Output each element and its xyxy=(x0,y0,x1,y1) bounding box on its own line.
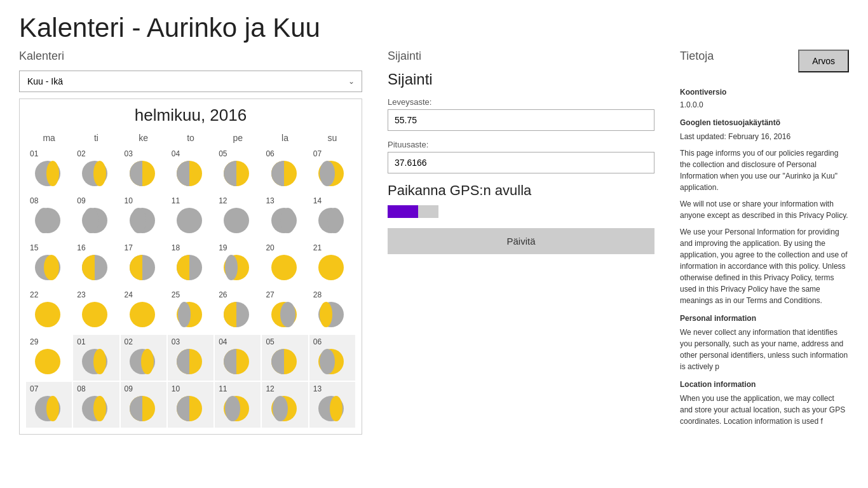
gps-progress-bar xyxy=(388,205,438,218)
calendar-day-number: 23 xyxy=(74,290,118,299)
calendar-day[interactable]: 09 xyxy=(121,382,166,428)
moon-phase-icon xyxy=(222,159,253,190)
svg-point-11 xyxy=(36,208,51,233)
calendar-day[interactable]: 01 xyxy=(26,147,72,193)
gps-label: Paikanna GPS:n avulla xyxy=(388,182,654,199)
calendar-day-number: 12 xyxy=(216,196,259,205)
calendar-day[interactable]: 07 xyxy=(26,382,72,428)
calendar-day[interactable]: 07 xyxy=(309,147,355,193)
calendar-day[interactable]: 22 xyxy=(26,288,72,334)
calendar-day[interactable]: 04 xyxy=(168,147,214,193)
moon-phase-icon xyxy=(175,159,206,190)
calendar-grid: matiketopelasu01 02 03 04 05 06 07 08 09 xyxy=(26,130,355,428)
calendar-day[interactable]: 11 xyxy=(168,194,214,240)
calendar-day[interactable]: 01 xyxy=(73,335,119,381)
calendar-day-number: 05 xyxy=(216,149,259,158)
calendar-day[interactable]: 24 xyxy=(121,288,166,334)
calendar-day[interactable]: 28 xyxy=(309,288,355,334)
moon-phase-icon xyxy=(128,348,159,378)
moon-phase-icon xyxy=(34,159,64,190)
calendar-day[interactable]: 02 xyxy=(73,147,119,193)
calendar-day[interactable]: 05 xyxy=(215,147,261,193)
version-value: 1.0.0.0 xyxy=(680,100,703,109)
calendar-day[interactable]: 06 xyxy=(309,335,355,381)
longitude-input[interactable] xyxy=(388,152,654,173)
calendar-day[interactable]: 21 xyxy=(309,241,355,287)
calendar-day[interactable]: 26 xyxy=(215,288,261,334)
calendar-day-number: 07 xyxy=(27,384,71,393)
calendar-day[interactable]: 08 xyxy=(26,194,72,240)
calendar-day[interactable]: 18 xyxy=(168,241,214,287)
calendar-day[interactable]: 16 xyxy=(73,241,119,287)
sijainti-section-label: Sijainti xyxy=(388,50,654,63)
calendar-day-number: 26 xyxy=(216,290,259,299)
svg-point-52 xyxy=(46,396,59,421)
svg-point-54 xyxy=(93,396,106,421)
calendar-day[interactable]: 11 xyxy=(215,382,261,428)
latitude-input[interactable] xyxy=(388,109,654,131)
calendar-day-number: 13 xyxy=(263,196,306,205)
calendar-day[interactable]: 03 xyxy=(168,335,214,381)
calendar-day[interactable]: 09 xyxy=(73,194,119,240)
calendar-day[interactable]: 04 xyxy=(215,335,261,381)
calendar-day[interactable]: 25 xyxy=(168,288,214,334)
calendar-day-number: 10 xyxy=(169,384,212,393)
calendar-day-number: 02 xyxy=(74,149,118,158)
calendar-day[interactable]: 02 xyxy=(121,335,166,381)
moon-phase-icon xyxy=(317,395,348,425)
calendar-day-number: 11 xyxy=(169,196,212,205)
calendar-day-number: 22 xyxy=(27,290,71,299)
update-button[interactable]: Päivitä xyxy=(388,228,654,254)
tietoja-content: Koontiversio 1.0.0.0 Googlen tietosuojak… xyxy=(680,86,849,427)
calendar-day[interactable]: 14 xyxy=(309,194,355,240)
calendar-day-number: 06 xyxy=(311,337,354,346)
calendar-day[interactable]: 13 xyxy=(309,382,355,428)
calendar-day[interactable]: 29 xyxy=(26,335,72,381)
calendar-day[interactable]: 15 xyxy=(26,241,72,287)
calendar-dropdown[interactable]: Kuu - Ikä xyxy=(19,71,362,92)
calendar-day[interactable]: 17 xyxy=(121,241,166,287)
calendar-day-number: 09 xyxy=(74,196,118,205)
calendar-day[interactable]: 05 xyxy=(262,335,308,381)
calendar-day-number: 02 xyxy=(122,337,165,346)
moon-phase-icon xyxy=(175,301,206,331)
calendar-day-number: 01 xyxy=(27,149,71,158)
moon-phase-icon xyxy=(81,395,111,425)
moon-phase-icon xyxy=(222,395,253,425)
calendar-weekday-header: ma xyxy=(26,130,72,146)
calendar-dropdown-wrapper[interactable]: Kuu - Ikä ⌄ xyxy=(19,71,362,92)
moon-phase-icon xyxy=(317,301,348,331)
svg-point-60 xyxy=(273,396,288,421)
calendar-day-number: 28 xyxy=(311,290,354,299)
calendar-day-number: 01 xyxy=(74,337,118,346)
calendar-day[interactable]: 10 xyxy=(168,382,214,428)
moon-phase-icon xyxy=(317,348,348,378)
calendar-day[interactable]: 27 xyxy=(262,288,308,334)
arvos-button[interactable]: Arvos xyxy=(798,50,849,72)
calendar-day[interactable]: 03 xyxy=(121,147,166,193)
svg-point-32 xyxy=(82,302,107,327)
calendar-day-number: 18 xyxy=(169,243,212,252)
calendar-day[interactable]: 12 xyxy=(215,194,261,240)
moon-phase-icon xyxy=(128,301,159,331)
calendar-day[interactable]: 12 xyxy=(262,382,308,428)
calendar-section: Kalenteri Kuu - Ikä ⌄ helmikuu, 2016 mat… xyxy=(19,50,362,474)
location-title: Location information xyxy=(680,379,849,390)
calendar-day-number: 19 xyxy=(216,243,259,252)
calendar-day[interactable]: 20 xyxy=(262,241,308,287)
calendar-day-number: 03 xyxy=(122,149,165,158)
calendar-day[interactable]: 19 xyxy=(215,241,261,287)
calendar-day-number: 17 xyxy=(122,243,165,252)
calendar-day[interactable]: 10 xyxy=(121,194,166,240)
latitude-label: Leveysaste: xyxy=(388,97,654,107)
moon-phase-icon xyxy=(317,254,348,284)
svg-point-41 xyxy=(35,349,60,374)
calendar-day[interactable]: 06 xyxy=(262,147,308,193)
calendar-day[interactable]: 23 xyxy=(73,288,119,334)
calendar-day[interactable]: 13 xyxy=(262,194,308,240)
moon-phase-icon xyxy=(270,348,301,378)
personal-info-text: We never collect any information that id… xyxy=(680,327,849,372)
calendar-day[interactable]: 08 xyxy=(73,382,119,428)
moon-phase-icon xyxy=(128,207,159,237)
moon-phase-icon xyxy=(270,159,301,190)
